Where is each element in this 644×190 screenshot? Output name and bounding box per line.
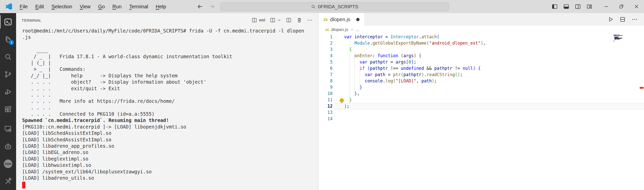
close-icon [633, 4, 639, 10]
line-number: 9 [318, 84, 333, 90]
json-icon: Json [4, 160, 12, 168]
search-icon [311, 4, 316, 9]
minimap[interactable] [613, 35, 629, 43]
new-terminal-icon [270, 17, 276, 23]
terminal-line [22, 41, 318, 47]
activity-extensions[interactable] [0, 101, 16, 118]
minimize-icon [603, 4, 609, 10]
code-editor[interactable]: 1var interceptor = Interceptor.attach(2 … [318, 34, 644, 122]
code-line: 10 }, [318, 90, 644, 97]
activity-tools[interactable] [0, 173, 16, 190]
terminal-line: root@medmi:/mnt/c/Users/daily/MyFile/cod… [22, 28, 318, 34]
vscode-window: FileEditSelectionViewGoRunTerminalHelp 0… [0, 0, 644, 190]
command-center-search[interactable]: 0FRIDA_SCRIPTS [220, 2, 449, 11]
menu-help[interactable]: Help [153, 3, 169, 11]
code-line: 4 onEnter: function (args) { [318, 53, 644, 59]
terminal-line: /_/ |_| help -> Displays the help system [22, 73, 318, 79]
activity-source-control[interactable] [0, 66, 16, 83]
arrow-left-icon [197, 3, 203, 10]
layout-customize-icon [586, 3, 593, 10]
terminal-line: > _ | Commands: [22, 66, 318, 72]
terminal-line: . . . . More info at https://frida.re/do… [22, 98, 318, 104]
layout-sidebar-left-icon [551, 3, 558, 10]
breadcrumb-more[interactable]: ... [356, 27, 359, 32]
line-number: 8 [318, 78, 333, 84]
menu-bar: FileEditSelectionViewGoRunTerminalHelp [17, 3, 169, 11]
split-terminal-button[interactable] [285, 16, 293, 24]
code-line: 11 } [318, 97, 644, 103]
line-number: 6 [318, 65, 333, 72]
menu-edit[interactable]: Edit [32, 3, 47, 11]
terminal-instance-icon [251, 17, 257, 23]
split-editor-button[interactable] [619, 16, 626, 23]
activity-run-debug[interactable] [0, 83, 16, 101]
activity-explorer[interactable]: 1 [0, 30, 16, 48]
terminal-line: [LOAD] libEGL_adreno.so [22, 149, 318, 155]
minimize-button[interactable] [599, 0, 614, 13]
editor-more-actions-button[interactable] [631, 16, 638, 23]
terminal-line: | (_| | [22, 60, 318, 66]
activity-remote-explorer[interactable] [0, 120, 16, 137]
toggle-primary-sidebar-button[interactable] [549, 0, 560, 13]
terminal-line: . . . . Connected to PKG110 (id=a.a:5555… [22, 111, 318, 117]
terminal-line: [LOAD] libSchedAssistExtImpl.so [22, 137, 318, 143]
code-line: 12); [318, 103, 644, 109]
close-window-button[interactable] [629, 0, 644, 13]
run-debug-icon [4, 88, 12, 96]
kill-terminal-button[interactable] [295, 16, 303, 24]
trash-icon [296, 17, 302, 23]
code-line: 3 { [318, 46, 644, 53]
forward-button[interactable] [208, 2, 216, 11]
toggle-panel-button[interactable] [560, 0, 572, 13]
menu-view[interactable]: View [77, 3, 94, 11]
activity-json[interactable]: Json [0, 155, 16, 172]
terminal-line: [LOAD] libSchedAssistExtImpl.so [22, 130, 318, 136]
layout-panel-icon [563, 3, 570, 10]
lightbulb-icon[interactable] [340, 98, 344, 103]
terminal-line: . . . . exit/quit -> Exit [22, 85, 318, 92]
split-terminal-icon [286, 17, 292, 23]
remote-explorer-icon [4, 125, 12, 133]
activity-search[interactable] [0, 48, 16, 66]
vscode-logo-icon [6, 3, 12, 10]
chevron-right-icon [350, 28, 354, 31]
code-line: 13 [318, 109, 644, 116]
run-file-button[interactable] [607, 16, 614, 23]
code-line: 6 if (pathptr !== undefined && pathptr !… [318, 65, 644, 72]
code-line: 5 var pathptr = args[0]; [318, 59, 644, 65]
breadcrumb-file[interactable]: dlopen.js [331, 27, 348, 32]
back-button[interactable] [196, 2, 204, 11]
run-icon [607, 16, 614, 23]
menu-selection[interactable]: Selection [49, 3, 75, 11]
customize-layout-button[interactable] [584, 0, 595, 13]
terminal-name: wsl [259, 18, 265, 23]
code-line: 7 var path = ptr(pathptr).readCString(); [318, 72, 644, 78]
panel-more-actions-button[interactable] [306, 16, 314, 24]
terminal-line: [LOAD] libadreno_utils.so [22, 175, 318, 181]
menu-terminal[interactable]: Terminal [126, 3, 151, 11]
terminal-line: / _ | Frida 17.8.1 - A world-class dynam… [22, 53, 318, 60]
tab-label: dlopen.js [330, 17, 350, 22]
split-editor-icon [619, 16, 626, 23]
breadcrumb: JS dlopen.js ... [318, 26, 644, 34]
arrow-right-icon [209, 3, 215, 10]
activity-copilot-chat[interactable] [0, 138, 16, 155]
terminal-line: Spawned `cn.medmi.tracerpid`. Resuming m… [22, 117, 318, 123]
menu-run[interactable]: Run [109, 3, 125, 11]
overview-ruler-marker [640, 87, 643, 89]
panel-title-terminal[interactable]: TERMINAL [22, 18, 42, 22]
new-terminal-button[interactable] [269, 16, 282, 24]
terminal-tab-wsl[interactable]: wsl [250, 16, 266, 24]
terminal-cursor [22, 182, 25, 188]
terminal-line: . . . . object? -> Display information a… [22, 79, 318, 85]
tab-dlopen-js[interactable]: JS dlopen.js [318, 13, 364, 26]
terminal-output[interactable]: root@medmi:/mnt/c/Users/daily/MyFile/cod… [16, 27, 318, 190]
toggle-secondary-sidebar-button[interactable] [572, 0, 584, 13]
source-control-icon [4, 70, 12, 78]
menu-file[interactable]: File [17, 3, 31, 11]
restore-button[interactable] [614, 0, 629, 13]
menu-go[interactable]: Go [95, 3, 108, 11]
activity-terminal[interactable] [0, 13, 16, 30]
editor-group: JS dlopen.js JS [318, 13, 644, 190]
js-language-icon: JS [325, 28, 329, 32]
